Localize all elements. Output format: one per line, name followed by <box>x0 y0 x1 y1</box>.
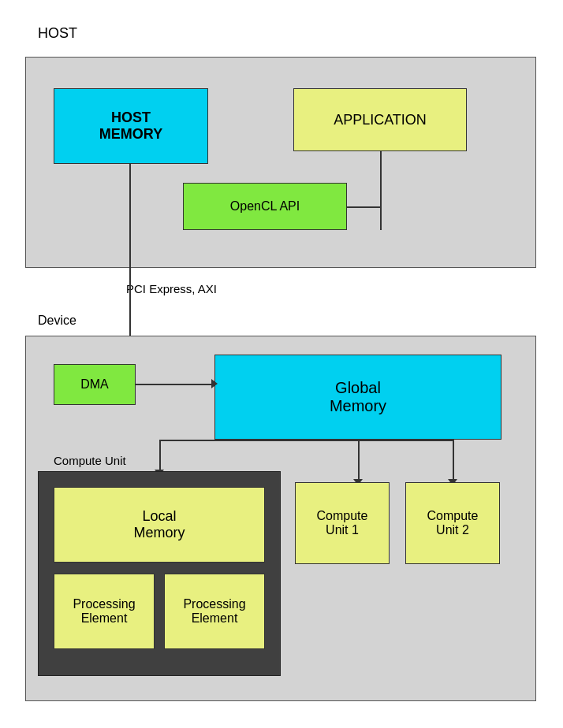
device-label: Device <box>38 314 76 328</box>
host-memory-label: HOSTMEMORY <box>99 110 162 143</box>
global-memory-label: GlobalMemory <box>330 379 386 415</box>
line-dma-gm <box>136 384 214 385</box>
opencl-label: OpenCL API <box>230 199 300 214</box>
processing-element-2-box: ProcessingElement <box>164 574 265 649</box>
host-memory-box: HOSTMEMORY <box>54 88 208 164</box>
line-inside-host <box>129 164 131 268</box>
dma-label: DMA <box>80 377 109 392</box>
opencl-box: OpenCL API <box>183 183 347 230</box>
compute-unit-1-box: ComputeUnit 1 <box>295 482 390 564</box>
cu2-label: ComputeUnit 2 <box>427 509 479 537</box>
line-gm-horizontal <box>159 440 454 441</box>
local-memory-box: LocalMemory <box>54 487 265 563</box>
pci-label: PCI Express, AXI <box>126 282 217 295</box>
line-gm-cu1 <box>358 440 360 482</box>
pe2-label: ProcessingElement <box>183 597 245 626</box>
line-app-opencl-vertical <box>380 151 382 230</box>
global-memory-box: GlobalMemory <box>214 355 501 440</box>
pe1-label: ProcessingElement <box>73 597 135 626</box>
application-box: APPLICATION <box>293 88 467 151</box>
compute-unit-2-box: ComputeUnit 2 <box>405 482 500 564</box>
line-gm-cu2 <box>453 440 454 482</box>
host-label: HOST <box>38 25 77 42</box>
dma-box: DMA <box>54 364 136 405</box>
arrow-dma-gm <box>211 379 218 388</box>
local-memory-label: LocalMemory <box>133 508 185 541</box>
compute-unit-label: Compute Unit <box>54 454 126 467</box>
diagram: HOST HOSTMEMORY APPLICATION OpenCL API P… <box>0 0 563 728</box>
line-host-device <box>129 268 131 339</box>
processing-element-1-box: ProcessingElement <box>54 574 155 649</box>
line-app-opencl-horizontal <box>347 206 382 208</box>
application-label: APPLICATION <box>334 112 427 128</box>
cu1-label: ComputeUnit 1 <box>317 509 368 537</box>
